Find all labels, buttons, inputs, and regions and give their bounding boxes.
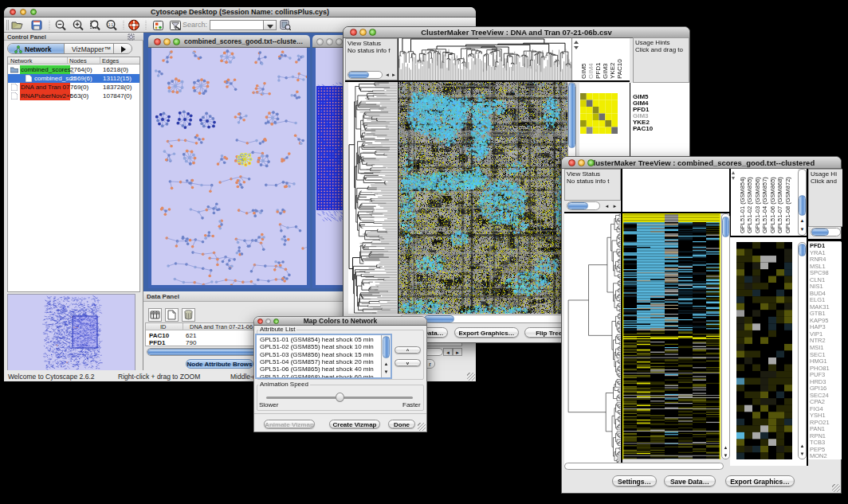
svg-text:YKE2: YKE2	[609, 62, 616, 79]
svg-text:GIM3: GIM3	[602, 63, 609, 79]
svg-text:PAC10: PAC10	[616, 59, 623, 79]
svg-text:GPL51-04 (GSM857): GPL51-04 (GSM857)	[761, 177, 768, 233]
svg-text:PFD1: PFD1	[595, 62, 602, 79]
svg-text:GPL51-08 (GSM872): GPL51-08 (GSM872)	[784, 177, 791, 233]
svg-text:1:1: 1:1	[108, 23, 114, 27]
svg-text:GIM4: GIM4	[587, 63, 595, 79]
svg-text:GPL51-06 (GSM865): GPL51-06 (GSM865)	[769, 177, 776, 233]
svg-text:GPL51-01 (GSM854): GPL51-01 (GSM854)	[739, 177, 746, 233]
svg-text:GIM5: GIM5	[580, 63, 587, 79]
svg-text:GPL51-07 (GSM868): GPL51-07 (GSM868)	[776, 177, 783, 233]
svg-text:GPL51-03 (GSM856): GPL51-03 (GSM856)	[754, 177, 761, 233]
svg-text:GPL51-02 (GSM855): GPL51-02 (GSM855)	[746, 177, 753, 233]
